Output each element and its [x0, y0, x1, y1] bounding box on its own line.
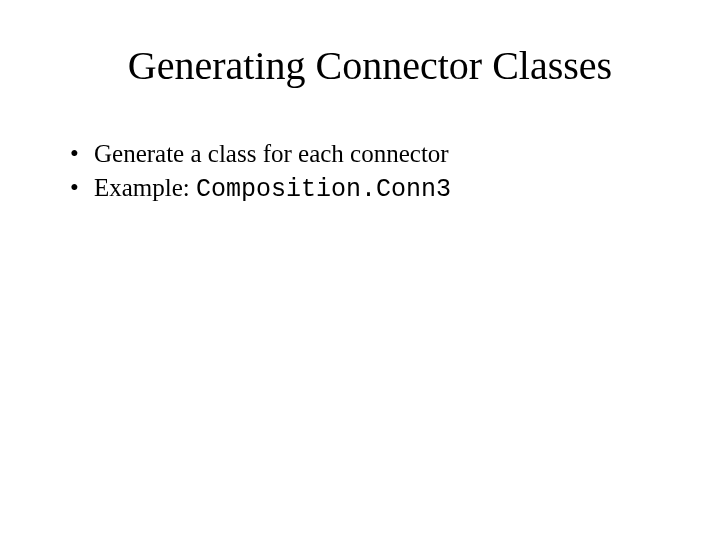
- list-item: Generate a class for each connector: [70, 137, 660, 171]
- slide: Generating Connector Classes Generate a …: [0, 0, 720, 540]
- slide-title: Generating Connector Classes: [80, 42, 660, 89]
- bullet-text: Generate a class for each connector: [94, 140, 449, 167]
- bullet-prefix: Example:: [94, 174, 196, 201]
- bullet-list: Generate a class for each connector Exam…: [60, 137, 660, 207]
- bullet-code: Composition.Conn3: [196, 175, 451, 204]
- list-item: Example: Composition.Conn3: [70, 171, 660, 207]
